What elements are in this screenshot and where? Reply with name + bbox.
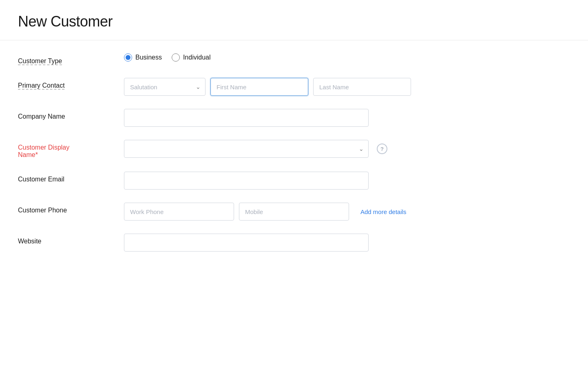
last-name-input[interactable]: [313, 78, 411, 96]
individual-radio[interactable]: [172, 53, 180, 62]
salutation-select[interactable]: Salutation Mr. Mrs. Ms. Dr. Prof.: [124, 78, 206, 96]
salutation-wrapper: Salutation Mr. Mrs. Ms. Dr. Prof. ⌄: [124, 78, 206, 96]
customer-phone-controls: Add more details: [124, 203, 570, 221]
primary-contact-row: Primary Contact Salutation Mr. Mrs. Ms. …: [18, 78, 570, 96]
display-name-wrapper: ⌄: [124, 140, 369, 158]
website-input[interactable]: [124, 234, 369, 252]
primary-contact-label: Primary Contact: [18, 78, 124, 89]
business-radio[interactable]: [124, 53, 132, 62]
customer-type-label: Customer Type: [18, 53, 124, 65]
customer-type-row: Customer Type Business Individual: [18, 53, 570, 65]
customer-display-name-label: Customer DisplayName*: [18, 140, 124, 159]
customer-email-controls: [124, 172, 570, 190]
display-name-select[interactable]: [124, 140, 369, 158]
customer-display-name-row: Customer DisplayName* ⌄ ?: [18, 140, 570, 159]
add-more-details-link[interactable]: Add more details: [360, 208, 407, 215]
form-body: Customer Type Business Individual Primar…: [0, 40, 588, 278]
customer-email-label: Customer Email: [18, 172, 124, 183]
website-controls: [124, 234, 570, 252]
customer-phone-label: Customer Phone: [18, 203, 124, 214]
company-name-input[interactable]: [124, 109, 369, 127]
display-name-help-icon[interactable]: ?: [377, 144, 387, 154]
customer-email-row: Customer Email: [18, 172, 570, 190]
customer-display-name-controls: ⌄ ?: [124, 140, 570, 158]
company-name-label: Company Name: [18, 109, 124, 120]
customer-email-input[interactable]: [124, 172, 369, 190]
website-row: Website: [18, 234, 570, 252]
customer-phone-row: Customer Phone Add more details: [18, 203, 570, 221]
business-radio-option[interactable]: Business: [124, 53, 162, 62]
page-title: New Customer: [18, 13, 570, 30]
mobile-input[interactable]: [239, 203, 349, 221]
business-label: Business: [135, 54, 162, 61]
website-label: Website: [18, 234, 124, 245]
company-name-controls: [124, 109, 570, 127]
page-header: New Customer: [0, 0, 588, 40]
individual-radio-option[interactable]: Individual: [172, 53, 211, 62]
first-name-input[interactable]: [210, 78, 308, 96]
work-phone-input[interactable]: [124, 203, 234, 221]
primary-contact-controls: Salutation Mr. Mrs. Ms. Dr. Prof. ⌄: [124, 78, 570, 96]
individual-label: Individual: [183, 54, 211, 61]
customer-type-controls: Business Individual: [124, 53, 570, 62]
page-container: New Customer Customer Type Business Indi…: [0, 0, 588, 371]
customer-type-radio-group: Business Individual: [124, 53, 211, 62]
company-name-row: Company Name: [18, 109, 570, 127]
